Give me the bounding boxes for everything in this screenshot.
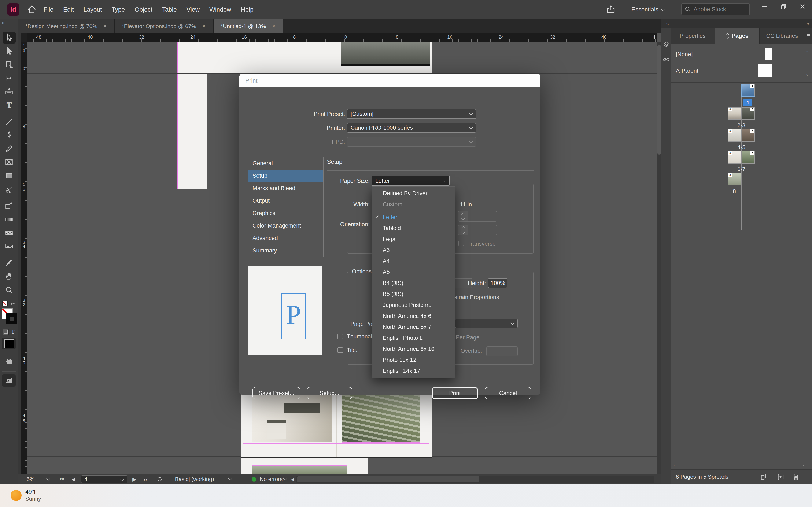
menu-edit[interactable]: Edit — [63, 6, 74, 13]
scroll-down-icon[interactable]: ⌄ — [805, 71, 809, 77]
dialog-section-color-management[interactable]: Color Management — [248, 220, 323, 232]
restore-button[interactable] — [774, 0, 793, 13]
tool-direct-selection-icon[interactable] — [3, 45, 16, 57]
panel-menu-icon[interactable] — [805, 28, 812, 44]
parent-none-thumb[interactable] — [765, 48, 772, 60]
tab-close-icon[interactable]: ✕ — [103, 23, 107, 29]
expand-panels-icon[interactable]: » — [806, 20, 808, 27]
paper-size-option[interactable]: A4 — [372, 256, 455, 267]
search-input[interactable] — [693, 6, 741, 13]
height-input[interactable]: 100% — [488, 278, 507, 288]
parent-none-label[interactable]: [None] — [676, 51, 693, 58]
page-thumbnail[interactable]: A — [742, 84, 755, 96]
scroll-up-icon[interactable]: ⌃ — [805, 50, 809, 56]
paper-size-option[interactable]: A5 — [372, 267, 455, 278]
preflight-dropdown-icon[interactable] — [229, 474, 232, 484]
paper-size-option[interactable]: A3 — [372, 245, 455, 256]
dialog-section-summary[interactable]: Summary — [248, 244, 323, 257]
setup-button[interactable]: Setup... — [307, 387, 352, 399]
dialog-section-output[interactable]: Output — [248, 194, 323, 207]
menu-window[interactable]: Window — [209, 6, 231, 13]
document-tab[interactable]: *Design Meeting.indd @ 70%✕ — [18, 19, 115, 34]
apply-color-swatch[interactable] — [2, 338, 16, 349]
preflight-icon[interactable] — [156, 474, 163, 484]
page-thumbnail[interactable]: A — [728, 129, 741, 142]
workspace-switcher[interactable]: Essentials — [631, 0, 664, 19]
page-thumbnail[interactable]: A — [742, 151, 755, 164]
next-page-button[interactable]: ▶ — [133, 474, 136, 484]
horizontal-scrollbar[interactable] — [297, 475, 654, 483]
tool-pen-icon[interactable] — [3, 129, 16, 141]
paper-size-option[interactable]: Custom — [372, 199, 455, 210]
pages-panel-icon[interactable] — [662, 41, 670, 49]
delete-page-icon[interactable] — [792, 472, 800, 481]
tool-gap-icon[interactable] — [3, 72, 16, 84]
minimize-button[interactable] — [755, 0, 774, 13]
vertical-scrollbar[interactable] — [657, 42, 661, 474]
stairs-photo[interactable] — [342, 393, 420, 443]
spread-number-label[interactable]: 4-5 — [728, 144, 755, 151]
zoom-level[interactable]: 5% — [27, 474, 35, 484]
menu-table[interactable]: Table — [162, 6, 177, 13]
document-tab[interactable]: *Untitled-1 @ 13%✕ — [214, 19, 283, 34]
placed-photo[interactable] — [341, 42, 430, 64]
tool-selection-icon[interactable] — [3, 32, 16, 44]
save-preset-button[interactable]: Save Preset... — [252, 387, 301, 399]
paper-size-option[interactable]: B5 (JIS) — [372, 289, 455, 299]
tool-gradient-icon[interactable] — [3, 213, 16, 225]
tool-free-transform-icon[interactable] — [3, 200, 16, 212]
dialog-title-bar[interactable]: Print — [239, 74, 541, 88]
dialog-section-graphics[interactable]: Graphics — [248, 207, 323, 220]
page-thumbnail[interactable]: A — [742, 107, 755, 120]
document-tab[interactable]: *Elevator Options.indd @ 67%✕ — [115, 19, 214, 34]
scroll-left-icon[interactable]: ‹ — [674, 463, 675, 468]
formatting-container-icon[interactable] — [3, 329, 9, 335]
prev-page-button[interactable]: ◀ — [71, 474, 75, 484]
dialog-section-marks-and-bleed[interactable]: Marks and Bleed — [248, 182, 323, 194]
tool-rectangle-icon[interactable] — [3, 170, 16, 182]
tab-close-icon[interactable]: ✕ — [271, 23, 276, 29]
paper-size-option[interactable]: Defined By Driver — [372, 188, 455, 199]
share-icon[interactable] — [606, 5, 616, 14]
tool-line-icon[interactable] — [3, 116, 16, 128]
home-icon[interactable] — [27, 4, 37, 14]
last-page-button[interactable]: ⏭ — [144, 474, 148, 484]
paper-size-option[interactable]: Legal — [372, 234, 455, 245]
paper-size-option[interactable]: North America 4x 6 — [372, 311, 455, 322]
menu-help[interactable]: Help — [241, 6, 254, 13]
spread-number-label[interactable]: 8 — [728, 188, 741, 194]
export-pages-icon[interactable] — [760, 472, 768, 481]
errors-status[interactable]: No errors — [260, 474, 283, 484]
zoom-dropdown-icon[interactable] — [47, 474, 50, 484]
adobe-stock-search[interactable] — [681, 3, 750, 15]
tool-content-collector-icon[interactable] — [3, 86, 16, 98]
scroll-right-icon[interactable]: › — [802, 463, 804, 468]
page-1-selected-badge[interactable]: 1 — [744, 99, 752, 107]
paper-size-option[interactable]: Japanese Postcard — [372, 299, 455, 311]
print-preset-select[interactable]: [Custom] — [347, 109, 476, 119]
paper-size-option[interactable]: B4 (JIS) — [372, 278, 455, 289]
cancel-button[interactable]: Cancel — [485, 387, 531, 399]
spread-top[interactable] — [176, 42, 432, 73]
panel-tab-cc-libraries[interactable]: CC Libraries — [760, 28, 805, 44]
tool-hand-icon[interactable] — [3, 270, 16, 282]
tool-page-icon[interactable] — [3, 59, 16, 70]
errors-dropdown-icon[interactable] — [284, 474, 287, 484]
paper-size-option[interactable]: Tabloid — [372, 223, 455, 234]
panel-tab-pages[interactable]: Pages — [715, 28, 760, 44]
spread-number-label[interactable]: 6-7 — [728, 166, 755, 173]
page-position-select[interactable] — [455, 319, 518, 328]
screen-mode-icon[interactable] — [4, 358, 13, 366]
weather-widget[interactable]: 49°F Sunny — [11, 484, 41, 507]
tab-close-icon[interactable]: ✕ — [202, 23, 206, 29]
parent-a-thumb-right[interactable] — [765, 64, 772, 77]
menu-type[interactable]: Type — [112, 6, 125, 13]
page-number-field[interactable]: 4 — [81, 475, 127, 483]
menu-layout[interactable]: Layout — [84, 6, 102, 13]
ruler-origin-box[interactable] — [21, 34, 27, 42]
stroke-swatch[interactable] — [6, 314, 17, 324]
vertical-ruler[interactable]: 1 6081 62 43 24 04 8 — [21, 42, 27, 474]
parent-a-thumb-left[interactable] — [758, 64, 765, 77]
tool-eyedropper-icon[interactable] — [3, 257, 16, 269]
scroll-thumb[interactable] — [657, 45, 661, 155]
